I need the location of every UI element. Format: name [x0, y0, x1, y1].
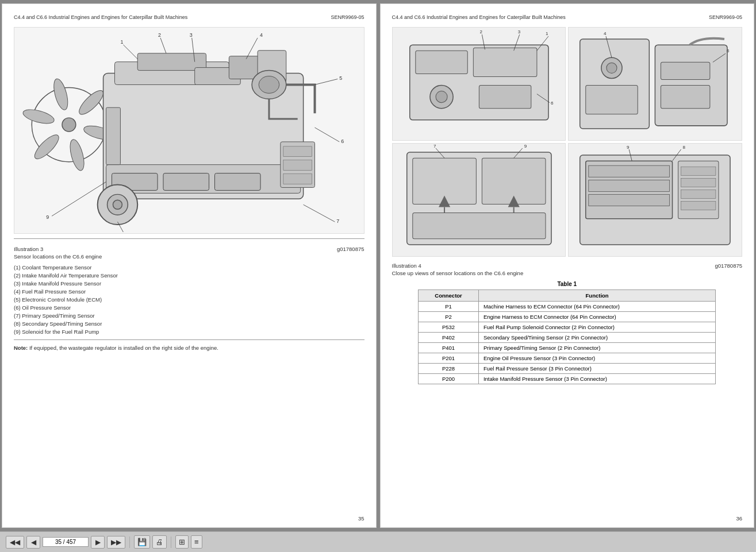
svg-point-16 [259, 76, 279, 94]
function-cell: Fuel Rail Pressure Sensor (3 Pin Connect… [478, 364, 715, 374]
grid-view-button[interactable]: ⊞ [175, 535, 189, 549]
note-paragraph: Note: If equipped, the wastegate regulat… [14, 345, 364, 351]
table-title: Table 1 [392, 281, 743, 287]
left-engine-illustration: 1 2 3 4 5 6 7 8 [14, 27, 364, 234]
list-view-button[interactable]: ≡ [191, 535, 202, 549]
svg-rect-82 [412, 213, 545, 239]
left-caption-area: Illustration 3 g01780875 Sensor location… [14, 244, 364, 260]
svg-text:6: 6 [727, 48, 730, 53]
sensor-item-7: (7) Primary Speed/Timing Sensor [14, 312, 364, 319]
svg-rect-27 [283, 174, 312, 184]
illus-bottom-right: 8 9 [568, 143, 742, 257]
svg-rect-63 [580, 39, 650, 129]
svg-text:6: 6 [551, 101, 554, 106]
svg-rect-53 [479, 86, 531, 109]
sensor-item-2: (2) Intake Manifold Air Temperature Sens… [14, 272, 364, 279]
left-header-docnum: SENR9969-05 [331, 14, 364, 20]
svg-text:8: 8 [683, 145, 686, 150]
save-button[interactable]: 💾 [134, 535, 150, 549]
svg-rect-28 [106, 107, 121, 164]
left-page-header: C4.4 and C6.6 Industrial Engines and Eng… [14, 14, 364, 22]
svg-rect-94 [681, 167, 716, 175]
connector-cell: P200 [419, 374, 479, 384]
connector-cell: P2 [419, 312, 479, 322]
connector-cell: P201 [419, 353, 479, 364]
sensor-item-8: (8) Secondary Speed/Timing Sensor [14, 321, 364, 327]
sensor-item-1: (1) Coolant Temperature Sensor [14, 264, 364, 271]
illustration-label: Illustration 3 [14, 246, 43, 252]
right-header-title: C4.4 and C6.6 Industrial Engines and Eng… [392, 14, 566, 20]
connector-cell: P1 [419, 302, 479, 312]
connector-cell: P532 [419, 322, 479, 333]
svg-text:2: 2 [158, 32, 161, 38]
svg-text:9: 9 [46, 214, 49, 220]
svg-text:2: 2 [479, 29, 482, 34]
function-cell: Primary Speed/Timing Sensor (2 Pin Conne… [478, 343, 715, 353]
function-cell: Engine Harness to ECM Connector (64 Pin … [478, 312, 715, 322]
function-cell: Machine Harness to ECM Connector (64 Pin… [478, 302, 715, 312]
next-page-button[interactable]: ▶ [91, 536, 105, 549]
svg-rect-69 [661, 86, 710, 109]
note-label: Note: [14, 345, 28, 351]
svg-point-23 [113, 200, 122, 209]
sensor-item-4: (4) Fuel Rail Pressure Sensor [14, 288, 364, 295]
svg-text:3: 3 [517, 29, 520, 34]
last-page-button[interactable]: ▶▶ [107, 536, 125, 549]
svg-rect-96 [681, 190, 716, 198]
page-number-input[interactable] [43, 537, 89, 547]
right-illustration-id: g01780875 [715, 263, 742, 269]
right-page-header: C4.4 and C6.6 Industrial Engines and Eng… [392, 14, 743, 22]
connector-cell: P401 [419, 343, 479, 353]
svg-text:3: 3 [190, 32, 193, 38]
svg-rect-26 [283, 160, 312, 171]
illustration-id: g01780875 [337, 246, 364, 252]
left-header-title: C4.4 and C6.6 Industrial Engines and Eng… [14, 14, 187, 20]
svg-rect-50 [473, 48, 537, 76]
table-row: P1Machine Harness to ECM Connector (64 P… [419, 302, 716, 312]
right-illustrations-grid: 1 3 2 6 [392, 27, 743, 257]
first-page-button[interactable]: ◀◀ [6, 536, 24, 549]
illus-top-right: 4 6 [568, 27, 742, 141]
svg-rect-90 [589, 165, 670, 177]
svg-rect-92 [589, 194, 670, 206]
table-row: P201Engine Oil Pressure Sensor (3 Pin Co… [419, 353, 716, 364]
left-page-number: 35 [358, 515, 364, 522]
print-button[interactable]: 🖨 [152, 535, 167, 549]
sensor-item-3: (3) Intake Manifold Pressure Sensor [14, 280, 364, 287]
svg-rect-49 [415, 51, 467, 74]
svg-text:7: 7 [336, 218, 339, 224]
function-cell: Intake Manifold Pressure Sensor (3 Pin C… [478, 374, 715, 384]
note-content: If equipped, the wastegate regulator is … [29, 345, 218, 351]
svg-text:4: 4 [260, 32, 263, 38]
sensor-item-5: (5) Electronic Control Module (ECM) [14, 296, 364, 303]
prev-page-button[interactable]: ◀ [26, 536, 40, 549]
table-row: P200Intake Manifold Pressure Sensor (3 P… [419, 374, 716, 384]
page-input-container [43, 537, 89, 547]
function-cell: Engine Oil Pressure Sensor (3 Pin Connec… [478, 353, 715, 364]
connector-cell: P228 [419, 364, 479, 374]
toolbar-separator-1 [129, 536, 130, 548]
illus-top-left: 1 3 2 6 [392, 27, 566, 141]
table-row: P2Engine Harness to ECM Connector (64 Pi… [419, 312, 716, 322]
right-page-number: 36 [736, 515, 742, 522]
illustration-subtitle: Sensor locations on the C6.6 engine [14, 253, 364, 260]
sensor-item-9: (9) Solenoid for the Fuel Rail Pump [14, 329, 364, 335]
svg-text:6: 6 [341, 138, 344, 144]
illus-bottom-left: 7 9 [392, 143, 566, 257]
toolbar-separator-2 [171, 536, 171, 548]
connector-cell: P402 [419, 333, 479, 343]
table-row: P228Fuel Rail Pressure Sensor (3 Pin Con… [419, 364, 716, 374]
sensor-list: (1) Coolant Temperature Sensor (2) Intak… [14, 264, 364, 335]
table-row: P532Fuel Rail Pump Solenoid Connector (2… [419, 322, 716, 333]
svg-text:4: 4 [604, 31, 607, 36]
right-header-docnum: SENR9969-05 [709, 14, 742, 20]
svg-rect-67 [586, 86, 638, 114]
caption-title-row: Illustration 3 g01780875 [14, 246, 364, 252]
svg-point-52 [435, 91, 447, 103]
note-divider [14, 339, 364, 340]
table-header-connector: Connector [419, 290, 479, 302]
function-cell: Fuel Rail Pump Solenoid Connector (2 Pin… [478, 322, 715, 333]
right-caption-area: Illustration 4 g01780875 Close up views … [392, 260, 743, 276]
right-illustration-subtitle: Close up views of sensor locations on th… [392, 270, 743, 276]
svg-text:1: 1 [545, 31, 548, 36]
